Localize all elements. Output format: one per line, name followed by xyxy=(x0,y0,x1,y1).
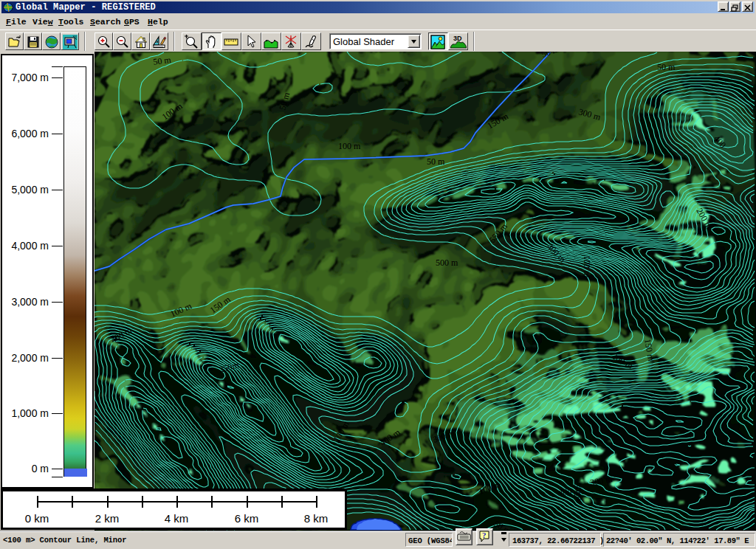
svg-text:100 m: 100 m xyxy=(582,255,592,278)
svg-text:50 m: 50 m xyxy=(657,62,676,72)
svg-text:3D: 3D xyxy=(453,35,462,42)
svg-text:500 m: 500 m xyxy=(436,258,458,268)
svg-text:100 m: 100 m xyxy=(338,141,361,151)
svg-text:400 m: 400 m xyxy=(558,486,582,499)
svg-text:?: ? xyxy=(482,531,487,539)
svg-text:50 m: 50 m xyxy=(427,156,445,167)
